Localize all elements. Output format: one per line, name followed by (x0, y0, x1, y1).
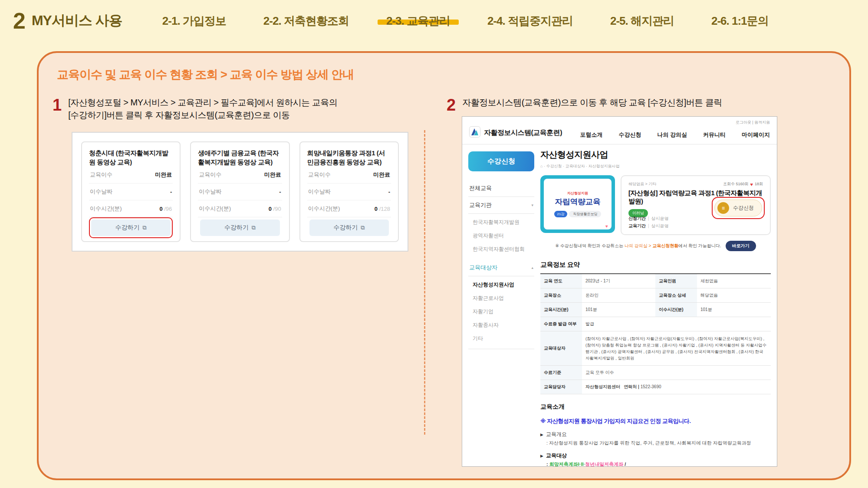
section-title: MY서비스 사용 (32, 11, 122, 30)
nav-my-classroom[interactable]: 나의 강의실 (657, 131, 687, 139)
course-date-row: 이수날짜 - (307, 183, 391, 200)
nav-community[interactable]: 커뮤니티 (703, 131, 726, 139)
date-label: 이수날짜 (90, 188, 112, 196)
site-screenshot: 로그아웃 | 원격지원 자활정보시스템(교육훈련) 포털소개 수강신청 나의 강… (462, 116, 777, 467)
panel-title: 교육이수 및 교육 이수 현황 조회 > 교육 이수 방법 상세 안내 (57, 67, 354, 82)
time-value: 0 /96 (159, 206, 172, 212)
course-time-row: 이수시간(분) 0 /96 (89, 200, 173, 217)
label-cell: 교육시간(분) (540, 303, 582, 317)
play-icon: ▶ (540, 454, 543, 458)
sidebar-group-institution[interactable]: 교육기관 ▾ (468, 197, 534, 214)
date-value: - (170, 189, 172, 195)
breadcrumb: ⌂ · 수강신청 · 교육대상자 · 자산형성지원사업 (540, 164, 771, 169)
take-course-button[interactable]: 수강하기 ⧉ (200, 219, 279, 236)
site-sidebar: 수강신청 전체교육 교육기관 ▾ 한국자활복지개발원 광역자활센터 한국지역자활… (468, 151, 534, 349)
step-1: 1 [자산형성포털 > MY서비스 > 교육관리 > 필수교육]에서 원하시는 … (53, 96, 337, 121)
edu-period-row: 교육기간|상시운영 (628, 222, 669, 229)
sidebar-item-self-support-staff[interactable]: 자활종사자 (468, 318, 534, 332)
completion-label: 교육이수 (199, 171, 221, 179)
tab-savings-status[interactable]: 2-2. 저축현황조회 (263, 13, 349, 29)
site-brand-name: 자활정보시스템(교육훈련) (484, 128, 562, 138)
sidebar-group-target[interactable]: 교육대상자 ▴ (468, 259, 534, 276)
page-title: 자산형성지원사업 (540, 149, 771, 160)
value-cell: 온라인 (582, 288, 655, 303)
summary-title: 교육정보 요약 (540, 261, 771, 269)
my-classroom-link[interactable]: 나의 강의실 (625, 243, 648, 248)
sidebar-institution-subitems: 한국자활복지개발원 광역자활센터 한국지역자활센터협회 (468, 214, 534, 259)
date-label: 이수날짜 (308, 188, 331, 196)
course-periods: 신청기간|상시운영 교육기간|상시운영 (628, 215, 669, 229)
value-cell: 자산형성지원센터 연락처 | 1522-3690 (582, 380, 771, 394)
label-cell: 수료기준 (540, 366, 582, 380)
time-label: 이수시간(분) (199, 205, 231, 213)
course-row: 자산형성지원 자립역량교육 21강 직장생활온보딩 ♥ 해당없음 > 기타 조회… (540, 175, 771, 235)
sidebar-item-regional-center[interactable]: 광역자활센터 (468, 229, 534, 242)
site-brand[interactable]: 자활정보시스템(교육훈련) (469, 126, 562, 139)
sidebar-item-all-education[interactable]: 전체교육 (468, 180, 534, 197)
table-row: 교육대상자 (참여자) 자활근로사업 , (참여자) 자활근로사업(자활도우미)… (540, 331, 771, 366)
label-cell: 이수시간(분) (655, 303, 697, 317)
thumbnail-inner: 자산형성지원 자립역량교육 21강 직장생활온보딩 ♥ (544, 179, 612, 229)
sidebar-item-kdissw[interactable]: 한국자활복지개발원 (468, 216, 534, 229)
tab-signup-info[interactable]: 2-1. 가입정보 (162, 13, 226, 29)
sidebar-item-etc[interactable]: 기타 (468, 332, 534, 345)
step-2: 2 자활정보시스템(교육훈련)으로 이동 후 해당 교육 [수강신청]버튼 클릭 (447, 96, 722, 115)
value-cell: 발급 (582, 317, 771, 331)
apply-course-button[interactable]: ≡ 수강신청 (714, 200, 762, 216)
course-date-row: 이수날짜 - (89, 183, 173, 200)
manager-name: 자산형성지원센터 (585, 384, 620, 389)
tab-inquiry[interactable]: 2-6. 1:1문의 (711, 13, 769, 29)
dashed-divider (424, 130, 425, 435)
contact-number: 1522-3690 (641, 384, 661, 389)
step-1-line1: [자산형성포털 > MY서비스 > 교육관리 > 필수교육]에서 원하시는 교육… (68, 96, 337, 109)
course-card-3: 희망내일키움통장 과정1 (서민금융진흥원 동영상 교육) 교육이수 미완료 이… (299, 141, 399, 242)
shortcut-button[interactable]: 바로가기 (726, 241, 756, 251)
page-header: 2 MY서비스 사용 2-1. 가입정보 2-2. 저축현황조회 2-3. 교육… (0, 0, 868, 42)
tab-deposit-pause[interactable]: 2-4. 적립중지관리 (487, 13, 573, 29)
table-row: 교육장소 온라인 교육장소 상세 해당없음 (540, 288, 771, 303)
button-slot: 수강하기 ⧉ (307, 217, 391, 238)
take-course-button[interactable]: 수강하기 ⧉ (309, 219, 389, 236)
value-cell: 해당없음 (697, 288, 771, 303)
view-count: 조회수 5160회 (723, 181, 749, 187)
tab-termination[interactable]: 2-5. 해지관리 (610, 13, 674, 29)
sidebar-item-asset-building[interactable]: 자산형성지원사업 (468, 278, 534, 291)
sidebar-apply-button[interactable]: 수강신청 (468, 151, 534, 171)
course-card-title: 청춘시대 (한국자활복지개발원 동영상 교육) (89, 148, 173, 167)
take-course-button[interactable]: 수강하기 ⧉ (91, 219, 171, 236)
time-total: /90 (272, 206, 281, 212)
sidebar-item-center-association[interactable]: 한국지역자활센터협회 (468, 242, 534, 256)
site-nav: 포털소개 수강신청 나의 강의실 커뮤니티 마이페이지 (580, 131, 770, 139)
course-card-2: 생애주기별 금융교육 (한국자활복지개발원 동영상 교육) 교육이수 미완료 이… (190, 141, 289, 242)
overview-block: ▶ 교육개요 : 자산형성지원 통장사업 가입자를 위한 직업, 주거, 근로정… (540, 431, 771, 446)
nav-my-page[interactable]: 마이페이지 (742, 131, 770, 139)
coin-icon: ≡ (717, 202, 729, 214)
thumbnail-top-text: 자산형성지원 (567, 191, 588, 196)
tab-education-management[interactable]: 2-3. 교육관리 (386, 13, 450, 29)
overview-head: ▶ 교육개요 (540, 431, 771, 438)
thumbnail-tag: 직장생활온보딩 (569, 211, 601, 217)
label-cell: 교육담당자 (540, 380, 582, 394)
apply-status-link[interactable]: 교육신청현황 (652, 243, 678, 248)
course-info-card: 해당없음 > 기타 조회수 5160회 ♥ 18회 [자산형성] 자립역량교육 … (621, 175, 771, 235)
course-card-title: 희망내일키움통장 과정1 (서민금융진흥원 동영상 교육) (307, 148, 391, 167)
sidebar-item-self-support-company[interactable]: 자활기업 (468, 305, 534, 318)
nav-course-apply[interactable]: 수강신청 (618, 131, 641, 139)
chevron-up-icon: ▴ (531, 265, 533, 270)
nav-portal-intro[interactable]: 포털소개 (580, 131, 602, 139)
value-cell: 101분 (697, 303, 771, 317)
course-thumbnail[interactable]: 자산형성지원 자립역량교육 21강 직장생활온보딩 ♥ (540, 175, 615, 233)
table-row: 교육 연도 2023년 - 1기 교육인원 제한없음 (540, 274, 771, 288)
completion-value: 미완료 (373, 171, 390, 179)
episode-count-badge: 21강 (554, 211, 568, 217)
sidebar-item-self-support-work[interactable]: 자활근로사업 (468, 291, 534, 305)
value-cell: 101분 (582, 303, 655, 317)
time-value: 0 /90 (269, 206, 281, 212)
completion-label: 교육이수 (90, 171, 112, 179)
play-icon: ▶ (540, 432, 543, 437)
contact-label: 연락처 | (624, 384, 639, 389)
external-link-icon: ⧉ (252, 224, 256, 231)
target-line1: : 희망저축계좌I·II·청년내일저축계좌 / (540, 461, 771, 467)
label-cell: 수료증 발급 여부 (540, 317, 582, 331)
sidebar-target-subitems: 자산형성지원사업 자활근로사업 자활기업 자활종사자 기타 (468, 276, 534, 349)
